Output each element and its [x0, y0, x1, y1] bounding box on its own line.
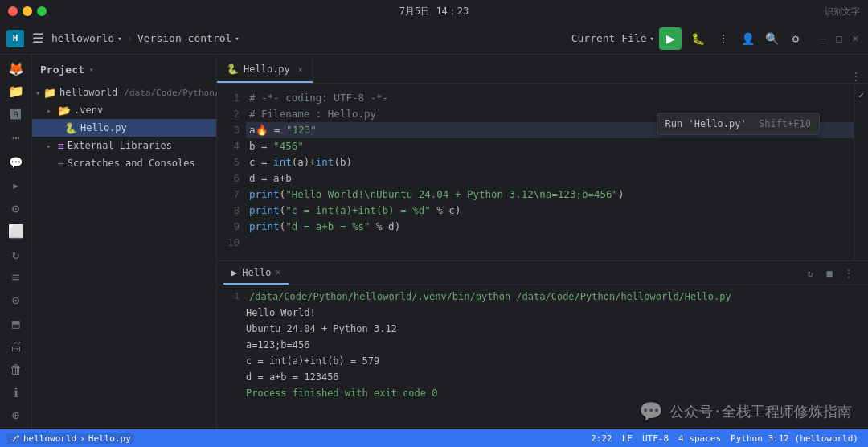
line-numbers: 12345 678910 [217, 84, 246, 260]
code-line-1: # -*- coding: UTF-8 -*- [246, 90, 854, 106]
tab-more-button[interactable]: ⋮ [844, 70, 868, 83]
right-editor-bar: ✓ [854, 84, 868, 260]
indent-label: 4 spaces [678, 433, 721, 444]
terminal-line-8: Process finished with exit code 0 [223, 385, 868, 401]
editor-area: 🐍 Hello.py × ⋮ 12345 678910 # -*- coding… [217, 55, 868, 260]
activity-circle[interactable]: ⊙ [3, 289, 29, 311]
activity-firefox[interactable]: 🦊 [3, 58, 29, 80]
activity-square[interactable]: ⬜ [3, 220, 29, 242]
branch-label: helloworld [23, 433, 76, 444]
tree-item-scratches[interactable]: ▸ ≡ Scratches and Consoles [32, 154, 216, 172]
debug-button[interactable]: 🐛 [686, 27, 709, 50]
bottom-tab-run[interactable]: ▶ Hello × [223, 262, 289, 285]
search-icon[interactable]: 🔍 [762, 29, 781, 48]
account-icon[interactable]: 👤 [738, 29, 757, 48]
run-config-selector[interactable]: Current File ▾ [571, 32, 654, 44]
code-content[interactable]: # -*- coding: UTF-8 -*- # Filename : Hel… [246, 84, 854, 260]
left-activity-bar: 🦊 📁 🅰 ⋯ 💬 ▸ ⚙ ⬜ ↻ ≡ ⊙ ⬒ 🖨 🗑 ℹ ⊕ [0, 55, 32, 429]
tree-item-external[interactable]: ▸ ≡ External Libraries [32, 137, 216, 154]
tree-item-venv[interactable]: ▸ 📂 .venv [32, 101, 216, 119]
activity-info[interactable]: ℹ [3, 382, 29, 404]
activity-project[interactable]: 📁 [3, 81, 29, 103]
terminal-line-3: Ubuntu 24.04 + Python 3.12 [223, 321, 868, 337]
tree-item-label: helloworld [59, 87, 117, 98]
rerun-icon[interactable]: ↻ [802, 265, 818, 281]
tab-close-button[interactable]: × [298, 65, 303, 74]
activity-print[interactable]: 🖨 [3, 336, 29, 358]
status-encoding[interactable]: UTF-8 [639, 433, 672, 444]
activity-refresh[interactable]: ↻ [3, 244, 29, 265]
project-panel-header: Project ▾ [32, 55, 216, 84]
chevron-down-icon: ▾ [117, 35, 121, 43]
project-selector[interactable]: helloworld ▾ [51, 32, 122, 44]
activity-download[interactable]: ⬒ [3, 313, 29, 334]
tree-ext-arrow: ▸ [47, 141, 55, 150]
terminal-line-4: a=123;b=456 [223, 337, 868, 353]
status-indent[interactable]: 4 spaces [675, 433, 724, 444]
tree-scratches-label: Scratches and Consoles [68, 158, 195, 169]
activity-layers[interactable]: ≡ [3, 267, 29, 289]
settings-icon[interactable]: ⚙ [786, 29, 805, 48]
win-maximize-icon[interactable]: □ [833, 32, 845, 45]
bottom-tab-bar: ▶ Hello × ↻ ■ ⋮ [217, 261, 868, 285]
activity-trash[interactable]: 🗑 [3, 359, 29, 380]
status-position[interactable]: 2:22 [588, 433, 616, 444]
code-line-7: print("Hello World!\nUbuntu 24.04 + Pyth… [246, 187, 854, 203]
run-button[interactable]: ▶ [659, 27, 682, 50]
system-time: 7月5日 14：23 [399, 5, 469, 18]
tree-item-hello-py[interactable]: ▸ 🐍 Hello.py [32, 119, 216, 137]
close-button[interactable] [8, 6, 18, 16]
code-line-6: d = a+b [246, 170, 854, 187]
terminal-line-5: c = int(a)+int(b) = 579 [223, 353, 868, 369]
win-close-icon[interactable]: × [849, 32, 862, 45]
bottom-more-icon[interactable]: ⋮ [841, 265, 857, 281]
code-line-5: c = int(a)+int(b) [246, 154, 854, 170]
folder-closed-icon: 📂 [58, 105, 71, 117]
vcs-selector[interactable]: Version control ▾ [137, 32, 240, 44]
system-bar: 7月5日 14：23 识别文字 [0, 0, 868, 23]
tab-hello-py[interactable]: 🐍 Hello.py × [217, 57, 313, 83]
tab-label: Hello.py [244, 64, 290, 75]
project-panel: Project ▾ ▾ 📁 helloworld /data/Code/Pyth… [32, 55, 217, 429]
code-line-8: print("c = int(a)+int(b) = %d" % c) [246, 203, 854, 219]
app-logo: H [6, 30, 24, 47]
status-python[interactable]: Python 3.12 (helloworld) [727, 433, 862, 444]
status-line-ending[interactable]: LF [619, 433, 636, 444]
tab-bar: 🐍 Hello.py × ⋮ [217, 55, 868, 84]
toolbar: H ☰ helloworld ▾ › Version control ▾ Cur… [0, 23, 868, 55]
bottom-controls: ↻ ■ ⋮ [797, 265, 862, 281]
code-line-4: b = "456" [246, 138, 854, 154]
minimize-button[interactable] [23, 6, 32, 16]
activity-git[interactable]: ⊕ [3, 404, 29, 426]
tree-venv-arrow: ▸ [47, 106, 55, 115]
code-line-10 [246, 235, 854, 251]
tooltip-run-label: Run 'Hello.py' [665, 118, 747, 129]
python-label: Python 3.12 (helloworld) [731, 433, 858, 444]
position-label: 2:22 [591, 433, 612, 444]
editor-column: 🐍 Hello.py × ⋮ 12345 678910 # -*- coding… [217, 55, 868, 429]
stop-icon[interactable]: ■ [821, 265, 837, 281]
file-label: Hello.py [88, 433, 131, 444]
tree-expand-arrow: ▾ [35, 88, 40, 97]
activity-more[interactable]: ⋯ [3, 127, 29, 149]
activity-plugins[interactable]: 🅰 [3, 104, 29, 125]
run-tab-close[interactable]: × [276, 268, 280, 277]
run-config-chevron-icon: ▾ [650, 35, 654, 43]
activity-terminal[interactable]: ▸ [3, 174, 29, 196]
more-options-button[interactable]: ⋮ [714, 29, 733, 48]
encoding-label: UTF-8 [642, 433, 669, 444]
vcs-label: Version control [137, 32, 231, 44]
system-watermark: 识别文字 [825, 6, 860, 18]
maximize-button[interactable] [37, 6, 47, 16]
activity-settings[interactable]: ⚙ [3, 198, 29, 219]
hamburger-menu[interactable]: ☰ [29, 29, 47, 47]
status-branch[interactable]: ⎇ helloworld › Hello.py [6, 433, 134, 444]
folder-icon: 📁 [43, 87, 56, 99]
activity-wechat[interactable]: 💬 [3, 152, 29, 174]
window-controls [8, 6, 47, 16]
code-editor[interactable]: 12345 678910 # -*- coding: UTF-8 -*- # F… [217, 84, 868, 260]
win-minimize-icon[interactable]: — [817, 32, 829, 45]
toolbar-divider: › [127, 33, 133, 44]
tree-item-helloworld[interactable]: ▾ 📁 helloworld /data/Code/Python/hellowo… [32, 84, 216, 101]
tree-venv-label: .venv [74, 105, 103, 116]
